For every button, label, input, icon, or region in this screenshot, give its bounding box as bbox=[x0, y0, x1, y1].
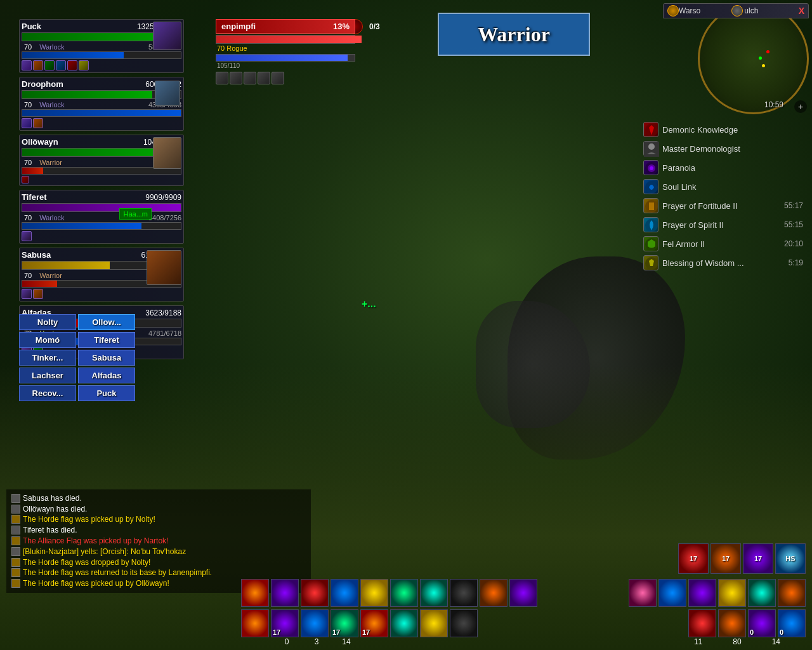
action-slot-extra-9[interactable] bbox=[480, 579, 508, 607]
buff-icon-soul-link[interactable] bbox=[643, 179, 658, 194]
action-slot-rt-4[interactable]: HS bbox=[775, 543, 806, 574]
haa-overlay-button[interactable]: Haa...m bbox=[119, 208, 152, 220]
action-bar-right-top: 17 17 17 HS bbox=[678, 543, 806, 574]
action-slot-main-8[interactable] bbox=[450, 609, 478, 637]
action-slot-extra-3[interactable] bbox=[301, 579, 329, 607]
action-slot-ru-1[interactable] bbox=[629, 579, 657, 607]
chat-icon-2 bbox=[11, 505, 20, 514]
action-slot-ru-4[interactable] bbox=[718, 579, 746, 607]
buff-timer-spirit: 55:15 bbox=[781, 220, 803, 229]
sabusa-buff-2 bbox=[33, 289, 43, 299]
action-slot-ru-6[interactable] bbox=[778, 579, 806, 607]
group-btn-momo[interactable]: Momó bbox=[19, 332, 76, 348]
action-slot-main-7[interactable] bbox=[420, 609, 448, 637]
action-slot-extra-2[interactable] bbox=[271, 579, 299, 607]
buff-name-spirit: Prayer of Spirit II bbox=[662, 220, 777, 230]
group-frames-panel: Nolty Ollow... Momó Tiferet Tinker... Sa… bbox=[19, 314, 135, 401]
action-slot-extra-10[interactable] bbox=[509, 579, 537, 607]
action-slot-extra-5[interactable] bbox=[360, 579, 388, 607]
buff-icon-fortitude[interactable] bbox=[643, 198, 658, 213]
buff-icon-armor[interactable] bbox=[643, 236, 658, 251]
unit-header-tiferet: Tiferet 9909/9909 bbox=[22, 192, 181, 202]
action-slot-extra-8[interactable] bbox=[450, 579, 478, 607]
buff-timer-wisdom: 5:19 bbox=[781, 258, 803, 267]
group-btn-tinker[interactable]: Tinker... bbox=[19, 350, 76, 366]
unit-buffs-droophom bbox=[22, 118, 181, 128]
buff-name-soul-link: Soul Link bbox=[662, 182, 777, 192]
unit-mana-bar-droophom bbox=[22, 109, 181, 117]
action-slot-ru-3[interactable] bbox=[688, 579, 716, 607]
minimap-zoom-in[interactable]: + bbox=[794, 100, 807, 113]
unit-buffs-tiferet bbox=[22, 231, 181, 241]
minimap-enemy-dot bbox=[766, 50, 769, 53]
minimap[interactable] bbox=[698, 3, 809, 114]
buff-icon-paranoia[interactable] bbox=[643, 160, 658, 175]
action-slot-rt-1[interactable]: 17 bbox=[678, 543, 709, 574]
group-btn-sabusa[interactable]: Sabusa bbox=[78, 350, 135, 366]
unit-frame-tiferet[interactable]: Tiferet 9909/9909 70 Warlock 5408/7256 H… bbox=[19, 190, 184, 244]
target-health-bar bbox=[216, 35, 355, 44]
chat-line-8: The Horde flag was returned to its base … bbox=[11, 567, 306, 578]
action-slot-ru-5[interactable] bbox=[748, 579, 776, 607]
chat-line-5: The Alliance Flag was picked up by Narto… bbox=[11, 536, 306, 547]
buff-icon-spirit[interactable] bbox=[643, 217, 658, 232]
unit-frame-ollowayn[interactable]: Ollöwayn 10454/10... 70 Warrior 13 bbox=[19, 135, 184, 186]
droophom-buff-1 bbox=[22, 118, 32, 128]
bottom-count-14: 14 bbox=[332, 637, 360, 646]
chat-box: Sabusa has died. Ollöwayn has died. The … bbox=[6, 489, 311, 593]
action-slot-main-6[interactable] bbox=[390, 609, 418, 637]
group-btn-puck[interactable]: Puck bbox=[78, 385, 135, 401]
puck-buff-4 bbox=[56, 60, 66, 70]
bottom-count-0: 0 bbox=[273, 637, 301, 646]
buff-icon-master-demonologist[interactable] bbox=[643, 141, 658, 156]
group-btn-recov[interactable]: Recov... bbox=[19, 385, 76, 401]
action-slot-rt-3[interactable]: 17 bbox=[743, 543, 773, 574]
unit-portrait-ollowayn bbox=[153, 137, 181, 169]
action-slot-rt-2[interactable]: 17 bbox=[710, 543, 741, 574]
unit-frame-puck[interactable]: Puck 13256/13256 70 Warlock 5882/9203 bbox=[19, 19, 184, 73]
health-popup: +... bbox=[362, 298, 376, 310]
action-slot-main-2[interactable]: 17 bbox=[271, 609, 299, 637]
chat-icon-4 bbox=[11, 526, 20, 534]
puck-buff-2 bbox=[33, 60, 43, 70]
chat-text-2: Ollöwayn has died. bbox=[23, 504, 87, 515]
chat-text-1: Sabusa has died. bbox=[23, 493, 82, 504]
group-btn-alfadas[interactable]: Alfadas bbox=[78, 368, 135, 383]
puck-buff-6 bbox=[79, 60, 89, 70]
group-btn-ollow[interactable]: Ollow... bbox=[78, 314, 135, 330]
action-slot-ru-2[interactable] bbox=[658, 579, 686, 607]
action-slot-main-3[interactable] bbox=[301, 609, 329, 637]
action-slot-rl-2[interactable] bbox=[718, 609, 746, 637]
buff-panel: Demonic Knowledge Master Demonologist Pa… bbox=[641, 121, 806, 272]
action-bar-right-upper bbox=[629, 579, 806, 607]
buff-icon-demonic-knowledge[interactable] bbox=[643, 122, 658, 137]
chat-text-7: The Horde flag was dropped by Nolty! bbox=[23, 557, 150, 568]
action-slot-main-4[interactable]: 17 bbox=[331, 609, 358, 637]
chat-line-6: [Blukin-Nazjatar] yells: [Orcish]: No'bu… bbox=[11, 547, 306, 557]
action-slot-main-1[interactable] bbox=[241, 609, 269, 637]
group-btn-lachser[interactable]: Lachser bbox=[19, 368, 76, 383]
action-slot-rl-4[interactable]: 0 bbox=[778, 609, 806, 637]
group-btn-tiferet[interactable]: Tiferet bbox=[78, 332, 135, 348]
action-slot-rl-1[interactable] bbox=[688, 609, 716, 637]
buff-icon-wisdom[interactable] bbox=[643, 255, 658, 270]
unit-frame-droophom[interactable]: Droophom 6064/7362 70 Warlock 4393/4393 bbox=[19, 77, 184, 131]
action-slot-extra-7[interactable] bbox=[420, 579, 448, 607]
chat-text-6: [Blukin-Nazjatar] yells: [Orcish]: No'bu… bbox=[23, 547, 186, 557]
buff-row-spirit: Prayer of Spirit II 55:15 bbox=[641, 216, 806, 234]
action-slot-rl-3[interactable]: 0 bbox=[748, 609, 776, 637]
unit-level-ollowayn: 70 bbox=[22, 158, 34, 167]
target-hp-percent: 13% bbox=[333, 22, 350, 31]
buff-row-soul-link: Soul Link bbox=[641, 178, 806, 196]
action-slot-extra-1[interactable] bbox=[241, 579, 269, 607]
action-slot-extra-4[interactable] bbox=[331, 579, 358, 607]
warrior-label: Warrior bbox=[478, 23, 550, 46]
action-slot-extra-6[interactable] bbox=[390, 579, 418, 607]
action-slot-main-5[interactable]: 17 bbox=[360, 609, 388, 637]
wsg-close-button[interactable]: X bbox=[799, 6, 804, 16]
buff-name-wisdom: Blessing of Wisdom ... bbox=[662, 258, 777, 268]
action-count-5: 17 bbox=[362, 628, 370, 636]
unit-frame-sabusa[interactable]: Sabusa 6174/11234 70 Warrior 22/100 bbox=[19, 248, 184, 302]
group-btn-nolty[interactable]: Nolty bbox=[19, 314, 76, 330]
unit-level-tiferet: 70 bbox=[22, 213, 34, 222]
